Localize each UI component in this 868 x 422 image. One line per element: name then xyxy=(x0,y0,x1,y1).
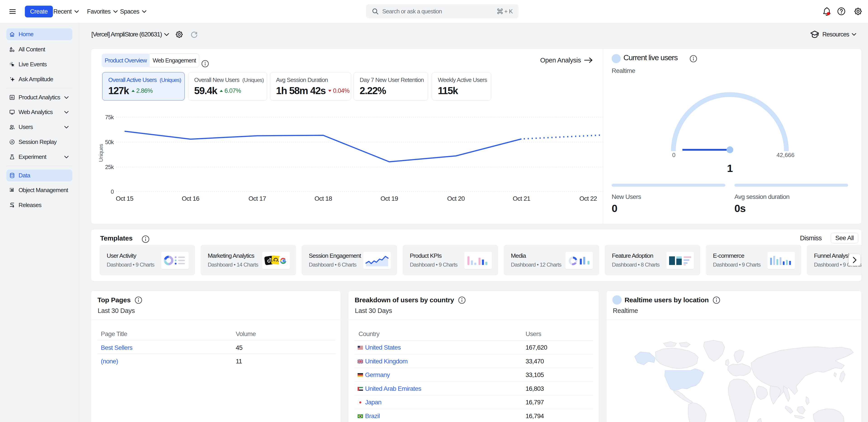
svg-text:25k: 25k xyxy=(105,164,114,170)
svg-text:Oct 15: Oct 15 xyxy=(116,195,133,202)
svg-text:0: 0 xyxy=(111,189,114,195)
svg-text:50k: 50k xyxy=(105,139,114,145)
svg-text:42,666: 42,666 xyxy=(776,151,795,158)
svg-text:Oct 19: Oct 19 xyxy=(380,195,398,202)
svg-text:Uniques: Uniques xyxy=(98,144,104,162)
svg-text:0: 0 xyxy=(672,151,675,158)
svg-text:Oct 20: Oct 20 xyxy=(447,195,465,202)
svg-text:Oct 17: Oct 17 xyxy=(248,195,266,202)
svg-text:75k: 75k xyxy=(105,114,114,120)
svg-text:Oct 22: Oct 22 xyxy=(579,195,597,202)
svg-text:Oct 21: Oct 21 xyxy=(513,195,530,202)
svg-text:Oct 18: Oct 18 xyxy=(314,195,332,202)
svg-text:Oct 16: Oct 16 xyxy=(182,195,199,202)
